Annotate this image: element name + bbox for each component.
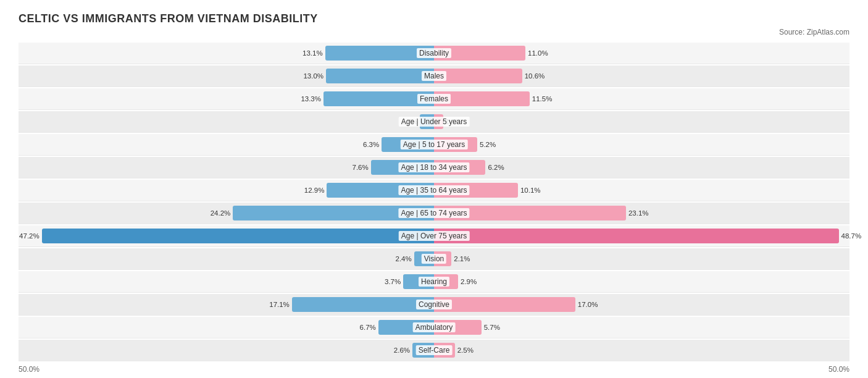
row-label: Age | 65 to 74 years: [398, 208, 469, 218]
left-section: 13.0%: [19, 65, 434, 86]
bar-left: 13.0%: [326, 69, 434, 83]
row-label: Disability: [417, 48, 451, 58]
left-section: 17.1%: [19, 294, 434, 315]
left-section: 13.3%: [19, 88, 434, 109]
value-left: 6.7%: [360, 324, 376, 331]
row-label: Vision: [422, 254, 446, 264]
chart-row: 13.0%Males10.6%: [19, 65, 849, 87]
value-left: 2.6%: [394, 346, 410, 354]
left-section: 6.3%: [19, 134, 434, 155]
left-section: 2.4%: [19, 248, 434, 269]
value-right: 6.2%: [488, 164, 504, 171]
right-section: 11.5%: [434, 88, 849, 109]
value-left: 13.3%: [301, 95, 321, 103]
right-section: 48.7%: [434, 225, 849, 246]
right-section: 2.5%: [434, 340, 849, 361]
row-label: Age | Under 5 years: [399, 117, 470, 127]
row-label: Males: [422, 71, 446, 81]
left-section: 47.2%: [19, 225, 434, 246]
value-right: 5.2%: [480, 141, 496, 148]
axis-left-label: 50.0%: [19, 365, 40, 374]
row-label: Hearing: [419, 277, 449, 287]
chart-row: 6.3%Age | 5 to 17 years5.2%: [19, 134, 849, 156]
right-section: 11.0%: [434, 43, 849, 64]
value-right: 5.7%: [484, 324, 500, 331]
chart-row: 2.6%Self-Care2.5%: [19, 340, 849, 361]
value-right: 2.1%: [454, 255, 470, 262]
chart-title: CELTIC VS IMMIGRANTS FROM VIETNAM DISABI…: [19, 12, 849, 25]
chart-row: 12.9%Age | 35 to 64 years10.1%: [19, 180, 849, 201]
right-section: 2.9%: [434, 271, 849, 292]
right-section: 23.1%: [434, 203, 849, 224]
value-left: 47.2%: [19, 232, 40, 240]
value-left: 6.3%: [363, 141, 379, 148]
left-section: 3.7%: [19, 271, 434, 292]
chart-row: 1.7%Age | Under 5 years1.1%: [19, 111, 849, 133]
value-left: 13.1%: [303, 49, 323, 57]
value-right: 48.7%: [841, 232, 862, 240]
left-section: 6.7%: [19, 317, 434, 338]
value-right: 17.0%: [578, 301, 598, 308]
chart-row: 2.4%Vision2.1%: [19, 248, 849, 270]
bar-left: 17.1%: [292, 297, 434, 312]
right-section: 1.1%: [434, 111, 849, 132]
bar-right: 10.6%: [434, 69, 522, 83]
right-section: 10.1%: [434, 180, 849, 201]
chart-row: 24.2%Age | 65 to 74 years23.1%: [19, 203, 849, 224]
right-section: 2.1%: [434, 248, 849, 269]
chart-row: 47.2%Age | Over 75 years48.7%: [19, 225, 849, 247]
right-section: 5.7%: [434, 317, 849, 338]
left-section: 13.1%: [19, 43, 434, 64]
right-section: 17.0%: [434, 294, 849, 315]
chart-row: 7.6%Age | 18 to 34 years6.2%: [19, 157, 849, 178]
value-left: 7.6%: [353, 164, 369, 171]
axis-right-label: 50.0%: [828, 365, 849, 374]
row-label: Age | 35 to 64 years: [398, 185, 469, 195]
source-text: Source: ZipAtlas.com: [19, 28, 849, 36]
chart-row: 13.3%Females11.5%: [19, 88, 849, 110]
value-left: 12.9%: [304, 187, 325, 194]
bar-right: 17.0%: [434, 297, 575, 312]
row-label: Ambulatory: [413, 322, 456, 332]
value-right: 11.0%: [528, 49, 548, 57]
chart-row: 13.1%Disability11.0%: [19, 43, 849, 64]
value-right: 10.1%: [520, 187, 541, 194]
row-label: Age | 18 to 34 years: [398, 162, 469, 172]
right-section: 5.2%: [434, 134, 849, 155]
axis-row: 50.0% 50.0%: [19, 363, 849, 378]
value-right: 11.5%: [532, 95, 553, 103]
value-right: 2.9%: [461, 278, 477, 285]
row-label: Females: [417, 94, 451, 104]
value-left: 17.1%: [269, 301, 290, 308]
left-section: 12.9%: [19, 180, 434, 201]
left-section: 7.6%: [19, 157, 434, 178]
row-label: Cognitive: [416, 300, 452, 309]
right-section: 10.6%: [434, 65, 849, 86]
right-section: 6.2%: [434, 157, 849, 178]
value-left: 24.2%: [211, 209, 231, 217]
bar-right: 48.7%: [434, 229, 839, 243]
left-section: 24.2%: [19, 203, 434, 224]
row-label: Age | 5 to 17 years: [401, 140, 468, 149]
value-right: 2.5%: [457, 346, 474, 354]
value-right: 23.1%: [628, 209, 649, 217]
chart-container: 13.1%Disability11.0%13.0%Males10.6%13.3%…: [19, 43, 849, 361]
chart-row: 3.7%Hearing2.9%: [19, 271, 849, 293]
value-left: 2.4%: [395, 255, 411, 262]
left-section: 2.6%: [19, 340, 434, 361]
row-label: Self-Care: [416, 345, 453, 355]
value-left: 3.7%: [385, 278, 401, 285]
bar-left: 47.2%: [42, 229, 434, 243]
left-section: 1.7%: [19, 111, 434, 132]
value-left: 13.0%: [303, 72, 323, 80]
chart-row: 17.1%Cognitive17.0%: [19, 294, 849, 316]
chart-row: 6.7%Ambulatory5.7%: [19, 317, 849, 338]
value-right: 10.6%: [525, 72, 545, 80]
row-label: Age | Over 75 years: [399, 231, 470, 241]
